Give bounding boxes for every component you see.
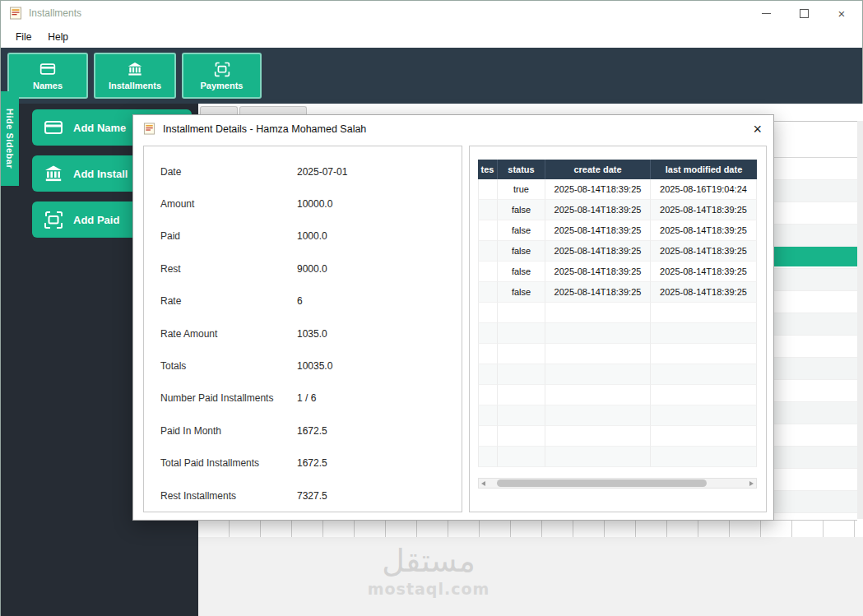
table-row[interactable]: false 2025-08-14T18:39:25 2025-08-14T18:… — [478, 200, 757, 220]
cell-notes — [478, 200, 498, 220]
background-grid-cell — [261, 521, 292, 537]
cell-notes — [478, 241, 498, 262]
table-row[interactable] — [478, 385, 757, 405]
detail-value: 10035.0 — [297, 360, 332, 372]
dialog-title-bar[interactable]: Installment Details - Hamza Mohamed Sala… — [133, 115, 773, 143]
cell-last-modified-date — [651, 426, 757, 447]
maximize-button[interactable] — [785, 1, 823, 25]
bank-icon — [127, 61, 143, 77]
detail-row: Amount 10000.0 — [144, 188, 462, 220]
table-row[interactable] — [478, 344, 757, 364]
cell-notes — [478, 405, 498, 426]
table-row[interactable]: false 2025-08-14T18:39:25 2025-08-14T18:… — [478, 282, 757, 303]
cell-notes — [478, 220, 498, 241]
app-icon — [9, 7, 22, 20]
background-grid-cell — [730, 521, 761, 537]
background-grid-cell — [323, 521, 355, 537]
column-header-notes[interactable]: tes — [478, 160, 498, 179]
minimize-button[interactable] — [747, 1, 785, 25]
detail-value: 9000.0 — [297, 263, 327, 275]
cell-status: true — [498, 179, 545, 200]
table-row[interactable] — [478, 323, 757, 344]
menu-item-help[interactable]: Help — [39, 31, 77, 43]
scroll-left-arrow-icon[interactable] — [481, 481, 485, 486]
cell-notes — [478, 323, 498, 344]
cell-last-modified-date — [651, 447, 757, 467]
scroll-right-arrow-icon[interactable] — [749, 481, 754, 486]
window-controls: × — [747, 1, 861, 25]
cell-status — [498, 364, 545, 385]
installments-button[interactable]: Installments — [94, 53, 176, 99]
table-row[interactable] — [478, 364, 757, 385]
column-header-last-modified-date[interactable]: last modified date — [651, 160, 757, 179]
table-row[interactable] — [478, 405, 757, 426]
detail-row: Rate 6 — [144, 285, 462, 317]
cell-create-date — [545, 323, 651, 344]
close-button[interactable]: × — [823, 1, 861, 25]
detail-value: 1 / 6 — [297, 392, 316, 404]
detail-row: Rest Installments 7327.5 — [144, 479, 462, 512]
table-row[interactable] — [478, 303, 757, 323]
detail-row: Total Paid Installments 1672.5 — [144, 447, 462, 479]
installments-table: tes status create date last modified dat… — [478, 160, 757, 467]
details-panel: Date 2025-07-01 Amount 10000.0 Paid 1000… — [143, 146, 462, 512]
detail-row: Number Paid Installments 1 / 6 — [144, 382, 462, 415]
cell-create-date: 2025-08-14T18:39:25 — [545, 282, 651, 303]
table-row[interactable]: false 2025-08-14T18:39:25 2025-08-14T18:… — [478, 241, 757, 262]
cell-status: false — [498, 282, 545, 303]
cell-status: false — [498, 200, 545, 220]
horizontal-scrollbar-thumb[interactable] — [497, 479, 707, 487]
detail-label: Rest Installments — [160, 490, 297, 502]
cell-create-date — [545, 426, 651, 447]
detail-label: Totals — [160, 360, 297, 372]
detail-value: 1672.5 — [297, 425, 327, 437]
background-grid-cell — [667, 521, 698, 537]
cell-last-modified-date — [651, 385, 757, 405]
table-row[interactable]: false 2025-08-14T18:39:25 2025-08-14T18:… — [478, 220, 757, 241]
table-row[interactable]: false 2025-08-14T18:39:25 2025-08-14T18:… — [478, 262, 757, 282]
cell-create-date — [545, 447, 651, 467]
payments-button[interactable]: Payments — [182, 53, 262, 99]
cell-last-modified-date — [651, 323, 757, 344]
column-header-create-date[interactable]: create date — [545, 160, 651, 179]
cell-last-modified-date: 2025-08-16T19:04:24 — [651, 179, 757, 200]
toolbar: Names Installments Payments — [1, 48, 862, 104]
horizontal-scrollbar[interactable] — [478, 478, 757, 489]
cell-last-modified-date: 2025-08-14T18:39:25 — [651, 282, 757, 303]
dialog-title: Installment Details - Hamza Mohamed Sala… — [163, 115, 366, 143]
table-row[interactable] — [478, 426, 757, 447]
detail-label: Number Paid Installments — [160, 392, 297, 404]
detail-value: 1000.0 — [297, 230, 327, 242]
app-window: Installments × File Help Names Installme… — [0, 0, 863, 616]
hide-sidebar-tab[interactable]: Hide Sidebar — [1, 91, 19, 186]
add-paid-button-label: Add Paid — [73, 214, 119, 226]
detail-label: Total Paid Installments — [160, 457, 297, 469]
background-grid — [198, 520, 857, 538]
detail-row: Rate Amount 1035.0 — [144, 317, 462, 350]
cell-status — [498, 405, 545, 426]
cell-last-modified-date — [651, 344, 757, 364]
cell-last-modified-date — [651, 405, 757, 426]
cell-create-date — [545, 344, 651, 364]
menu-item-file[interactable]: File — [7, 31, 39, 43]
table-row[interactable]: true 2025-08-14T18:39:25 2025-08-16T19:0… — [478, 179, 757, 200]
cell-notes — [478, 426, 498, 447]
watermark-arabic: مستقل — [338, 544, 519, 580]
table-row[interactable] — [478, 447, 757, 467]
vertical-scrollbar[interactable] — [857, 121, 863, 519]
cell-notes — [478, 344, 498, 364]
cell-create-date — [545, 303, 651, 323]
cell-last-modified-date: 2025-08-14T18:39:25 — [651, 220, 757, 241]
dialog-icon — [143, 123, 155, 135]
close-icon: × — [838, 7, 846, 21]
maximize-icon — [800, 9, 809, 18]
installments-button-label: Installments — [109, 81, 161, 90]
names-button[interactable]: Names — [7, 53, 88, 99]
cell-notes — [478, 385, 498, 405]
dialog-close-button[interactable]: × — [753, 115, 762, 143]
background-grid-cell — [824, 521, 855, 537]
menu-bar: File Help — [1, 25, 862, 48]
title-bar[interactable]: Installments × — [1, 1, 862, 25]
background-grid-cell — [480, 521, 511, 537]
column-header-status[interactable]: status — [498, 160, 545, 179]
